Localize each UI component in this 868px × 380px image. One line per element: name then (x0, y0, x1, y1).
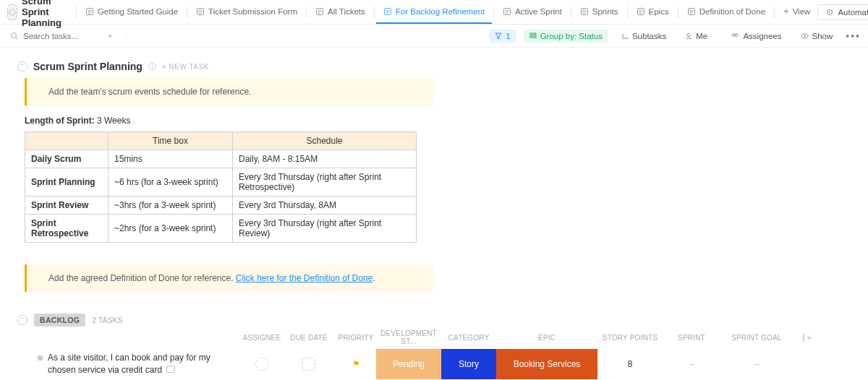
collapse-toggle[interactable] (17, 61, 27, 72)
event-sched: Every 3rd Thursday (right after Sprint R… (233, 168, 417, 197)
people-icon (731, 33, 739, 40)
col-sprintgoal[interactable]: SPRINT GOAL (720, 334, 793, 342)
space-title-text: Scrum Sprint Planning (22, 0, 67, 28)
tab-epics[interactable]: Epics (629, 0, 676, 24)
list-icon (315, 7, 324, 16)
chevron-down-icon[interactable]: ▾ (109, 33, 112, 40)
status-pill[interactable]: BACKLOG (34, 314, 85, 327)
event-time: ~3hrs (for a 3-week sprint) (109, 197, 233, 215)
space-title[interactable]: Scrum Sprint Planning (3, 0, 75, 28)
add-column[interactable] (793, 334, 814, 342)
svg-point-18 (687, 33, 690, 36)
svg-rect-15 (530, 33, 536, 35)
svg-point-17 (626, 38, 628, 39)
task-row[interactable]: As a site visitor, I can book and pay fo… (17, 349, 854, 379)
event-sched: Daily, 8AM - 8:15AM (233, 150, 417, 168)
add-view-button[interactable]: + View (776, 0, 817, 24)
calendar-icon (302, 358, 315, 371)
subtasks-toggle[interactable]: Subtasks (616, 30, 672, 43)
new-task-button[interactable]: + NEW TASK (162, 63, 209, 71)
list-icon (580, 7, 589, 16)
col-dev[interactable]: DEVELOPMENT ST... (376, 329, 441, 345)
col-epic[interactable]: EPIC (496, 334, 597, 342)
task-list: As a site visitor, I can book and pay fo… (17, 349, 854, 380)
filter-chip[interactable]: 1 (489, 30, 516, 43)
backlog-group-header: BACKLOG 2 TASKS (17, 314, 854, 327)
assignee-cell[interactable] (242, 349, 282, 379)
col-storypoints[interactable]: STORY POINTS (597, 334, 663, 342)
col-category[interactable]: CATEGORY (441, 334, 496, 342)
epic-cell[interactable]: Booking Services (496, 349, 597, 379)
assignees-toggle[interactable]: Assignees (725, 30, 787, 43)
board-icon (503, 7, 511, 16)
main-content: Scrum Sprint Planning ⓘ + NEW TASK Add t… (0, 48, 868, 380)
dev-cell[interactable]: Pending (376, 349, 441, 379)
goal-cell[interactable]: – (720, 349, 793, 379)
group-chip[interactable]: Group by: Status (524, 30, 608, 43)
toolbar-actions: 1 Group by: Status Subtasks Me · Assigne… (489, 30, 861, 43)
svg-point-19 (733, 33, 736, 36)
list-icon (383, 7, 392, 16)
sprint-length: Length of Sprint: 3 Weeks (25, 116, 854, 126)
duedate-cell[interactable] (282, 349, 336, 379)
card-icon[interactable] (166, 366, 175, 373)
section-title[interactable]: Scrum Sprint Planning (33, 61, 142, 72)
svg-rect-8 (688, 8, 694, 14)
event-time: 15mins (109, 150, 233, 168)
subtask-icon (621, 33, 629, 40)
space-badge (7, 4, 17, 20)
col-priority[interactable]: PRIORITY (336, 334, 376, 342)
svg-point-14 (12, 33, 17, 38)
view-tabs: Getting Started GuideTicket Submission F… (75, 0, 776, 24)
table-col-schedule: Schedule (233, 132, 417, 150)
svg-rect-5 (504, 8, 511, 14)
col-duedate[interactable]: DUE DATE (282, 334, 336, 342)
tab-for-backlog-refinement[interactable]: For Backlog Refinement (376, 0, 492, 24)
tab-label: Active Sprint (515, 7, 562, 16)
automate-button[interactable]: Automate ▾ (817, 4, 868, 20)
svg-point-20 (736, 33, 739, 36)
info-icon[interactable]: ⓘ (148, 61, 156, 72)
group-collapse-toggle[interactable] (17, 315, 27, 325)
tab-sprints[interactable]: Sprints (573, 0, 626, 24)
svg-point-10 (829, 12, 830, 13)
svg-rect-1 (86, 8, 93, 14)
tab-label: Epics (649, 7, 669, 16)
col-assignee[interactable]: ASSIGNEE (242, 334, 282, 342)
col-sprint[interactable]: SPRINT (663, 334, 720, 342)
tab-ticket-submission-form[interactable]: Ticket Submission Form (189, 0, 305, 24)
person-icon (685, 33, 692, 40)
tab-active-sprint[interactable]: Active Sprint (495, 0, 569, 24)
callout-schedule: Add the team's scrum events schedule for… (25, 78, 433, 105)
svg-rect-3 (317, 8, 323, 14)
task-count: 2 TASKS (92, 316, 122, 324)
table-col-time: Time box (109, 132, 233, 150)
svg-point-0 (9, 9, 15, 15)
eye-icon (801, 33, 809, 40)
table-col-blank (25, 132, 109, 150)
me-toggle[interactable]: Me · (679, 30, 718, 43)
group-icon (529, 33, 537, 40)
filter-icon (495, 33, 502, 40)
event-time: ~6 hrs (for a 3-week sprint) (109, 168, 233, 197)
search-box[interactable]: ▾ (10, 32, 119, 40)
event-name: Sprint Planning (25, 168, 109, 197)
storypoints-cell[interactable]: 8 (597, 349, 663, 379)
table-row: Sprint Planning~6 hrs (for a 3-week spri… (25, 168, 417, 197)
plus-icon (803, 333, 804, 342)
sprint-cell[interactable]: – (663, 349, 720, 379)
tab-all-tickets[interactable]: All Tickets (308, 0, 373, 24)
task-name[interactable]: As a site visitor, I can book and pay fo… (17, 352, 242, 377)
search-input[interactable] (23, 32, 103, 40)
more-icon[interactable]: ••• (846, 30, 861, 42)
priority-cell[interactable]: ⚑ (336, 349, 376, 379)
show-toggle[interactable]: Show (795, 30, 839, 43)
tab-definition-of-done[interactable]: Definition of Done (680, 0, 773, 24)
event-time: ~2hrs (for a 3-week sprint) (109, 215, 233, 243)
tab-label: Getting Started Guide (98, 7, 178, 16)
category-cell[interactable]: Story (441, 349, 496, 379)
dod-link[interactable]: Click here for the Definition of Done (236, 273, 373, 283)
row-actions (166, 366, 175, 373)
callout-dod: Add the agreed Definition of Done for re… (25, 264, 433, 292)
tab-getting-started-guide[interactable]: Getting Started Guide (78, 0, 185, 24)
